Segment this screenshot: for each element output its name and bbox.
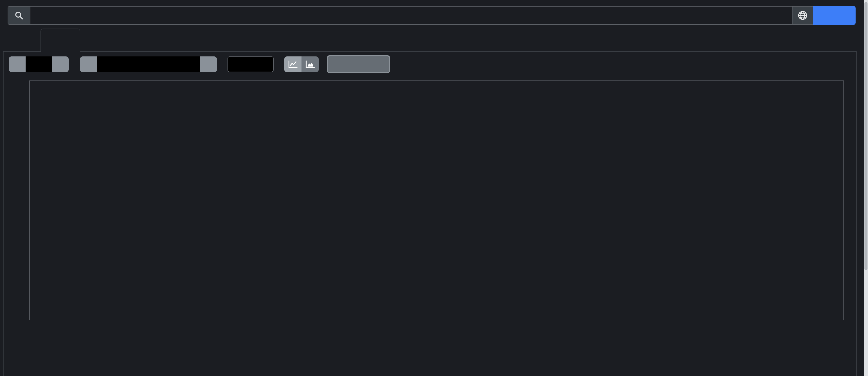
tab-graph[interactable] <box>40 29 80 52</box>
query-input[interactable] <box>30 6 793 25</box>
scrollbar-thumb[interactable] <box>864 2 867 270</box>
scrollbar-track[interactable] <box>864 0 868 376</box>
prometheus-expression-browser <box>0 0 868 376</box>
metrics-explorer-button[interactable] <box>793 6 813 25</box>
query-bar <box>8 6 856 25</box>
tab-table[interactable] <box>9 30 39 51</box>
search-addon <box>8 6 30 25</box>
execute-button[interactable] <box>813 6 856 25</box>
globe-icon <box>797 10 808 21</box>
search-icon <box>14 11 24 20</box>
graph-panel <box>3 52 857 376</box>
